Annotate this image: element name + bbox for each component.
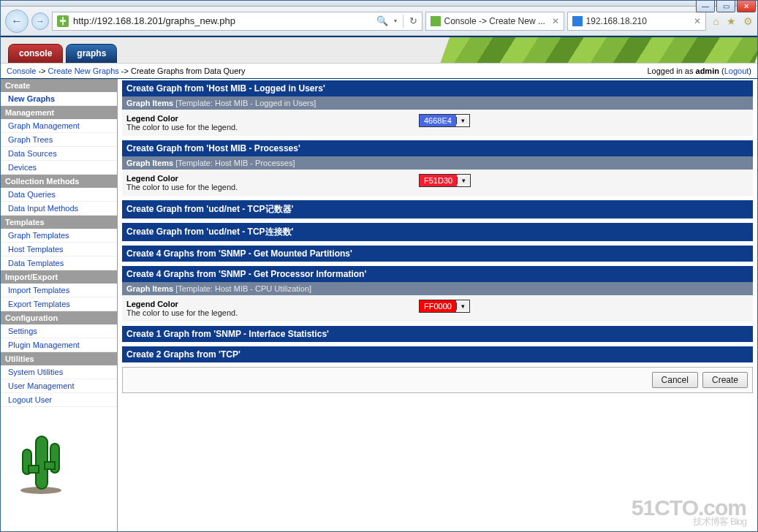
window-close-button[interactable]: ✕ [737, 0, 756, 12]
watermark: 51CTO.com 技术博客 Blog [632, 498, 746, 526]
browser-tab[interactable]: 192.168.18.210 ✕ [567, 12, 706, 31]
field-label: Legend Color [126, 300, 419, 308]
browser-toolbar: ← → http://192.168.18.201/graphs_new.php… [1, 7, 757, 36]
home-icon[interactable]: ⌂ [713, 15, 719, 27]
cancel-button[interactable]: Cancel [652, 372, 698, 388]
breadcrumb-current: Create Graphs from Data Query [131, 66, 246, 75]
group-subheader: Graph Items [Template: Host MIB - Proces… [122, 156, 753, 170]
address-bar[interactable]: http://192.168.18.201/graphs_new.php 🔍▾ … [52, 12, 422, 31]
color-select[interactable]: FF0000▾ [419, 300, 470, 313]
svg-rect-4 [29, 466, 39, 473]
color-code: 4668E4 [420, 115, 456, 126]
sidebar-item[interactable]: Data Templates [1, 256, 117, 270]
dropdown-icon[interactable]: ▾ [456, 117, 469, 124]
sidebar-item[interactable]: Plugin Management [1, 338, 117, 352]
login-status: Logged in as admin (Logout) [647, 66, 751, 75]
field-description: The color to use for the legend. [126, 123, 238, 132]
dropdown-icon[interactable]: ▾ [457, 177, 470, 184]
nav-back-button[interactable]: ← [5, 10, 29, 33]
svg-rect-5 [45, 462, 55, 469]
tab-icon [572, 16, 583, 26]
group-header: Create 2 Graphs from 'TCP' [122, 346, 753, 362]
sidebar-item[interactable]: Devices [1, 161, 117, 175]
sidebar-section-header: Utilities [1, 352, 117, 365]
site-icon [57, 15, 69, 27]
sidebar-item[interactable]: Graph Trees [1, 133, 117, 147]
tab-close-icon[interactable]: ✕ [694, 16, 701, 26]
field-description: The color to use for the legend. [126, 183, 238, 191]
group-subheader: Graph Items [Template: Host MIB - CPU Ut… [122, 282, 753, 295]
color-select[interactable]: 4668E4▾ [419, 114, 470, 127]
field-label: Legend Color [126, 114, 419, 123]
window-minimize-button[interactable]: — [696, 0, 715, 12]
color-code: FF0000 [420, 300, 456, 312]
sidebar-section-header: Import/Export [1, 270, 117, 284]
tab-icon [431, 16, 441, 26]
sidebar-item[interactable]: System Utilities [1, 365, 117, 379]
cactus-logo [15, 422, 117, 496]
sidebar: CreateNew GraphsManagementGraph Manageme… [1, 79, 118, 532]
group-header: Create 4 Graphs from 'SNMP - Get Mounted… [122, 246, 753, 262]
window-titlebar: — ▭ ✕ [1, 1, 757, 7]
sidebar-item[interactable]: User Management [1, 379, 117, 393]
group-header: Create Graph from 'Host MIB - Processes' [122, 140, 753, 156]
breadcrumb: Console -> Create New Graphs -> Create G… [1, 64, 757, 79]
breadcrumb-console[interactable]: Console [7, 66, 36, 75]
sidebar-section-header: Templates [1, 216, 117, 229]
color-select[interactable]: F51D30▾ [419, 174, 471, 187]
group-header: Create 4 Graphs from 'SNMP - Get Process… [122, 266, 753, 282]
header-decoration [433, 36, 757, 64]
color-code: F51D30 [420, 175, 457, 186]
group-header: Create 1 Graph from 'SNMP - Interface St… [122, 326, 753, 342]
tab-title: Console -> Create New ... [444, 16, 545, 26]
group-header: Create Graph from 'Host MIB - Logged in … [122, 80, 753, 96]
legend-color-row: Legend ColorThe color to use for the leg… [122, 170, 753, 196]
legend-color-row: Legend ColorThe color to use for the leg… [122, 295, 753, 322]
action-footer: Cancel Create [122, 367, 753, 393]
url-text: http://192.168.18.201/graphs_new.php [73, 15, 235, 26]
sidebar-item[interactable]: Graph Management [1, 119, 117, 133]
tab-title: 192.168.18.210 [586, 16, 647, 26]
sidebar-item[interactable]: Graph Templates [1, 229, 117, 243]
sidebar-item[interactable]: Host Templates [1, 243, 117, 256]
sidebar-item[interactable]: Settings [1, 324, 117, 338]
group-header: Create Graph from 'ucd/net - TCP记数器' [122, 200, 753, 218]
sidebar-section-header: Management [1, 106, 117, 119]
create-button[interactable]: Create [702, 372, 748, 388]
field-label: Legend Color [126, 174, 419, 183]
tools-icon[interactable]: ⚙ [743, 15, 753, 27]
nav-forward-button[interactable]: → [31, 12, 49, 30]
tab-console[interactable]: console [8, 44, 63, 63]
browser-tab-active[interactable]: Console -> Create New ... ✕ [425, 12, 564, 31]
window-maximize-button[interactable]: ▭ [716, 0, 735, 12]
sidebar-item[interactable]: Data Queries [1, 188, 117, 202]
sidebar-item[interactable]: Import Templates [1, 284, 117, 297]
sidebar-section-header: Create [1, 79, 117, 92]
tab-graphs[interactable]: graphs [66, 44, 117, 63]
breadcrumb-create-new[interactable]: Create New Graphs [48, 66, 119, 75]
content-area: Create Graph from 'Host MIB - Logged in … [118, 79, 757, 532]
current-user: admin [696, 66, 719, 75]
legend-color-row: Legend ColorThe color to use for the leg… [122, 110, 753, 136]
group-header: Create Graph from 'ucd/net - TCP连接数' [122, 223, 753, 241]
group-subheader: Graph Items [Template: Host MIB - Logged… [122, 96, 753, 110]
sidebar-section-header: Collection Methods [1, 175, 117, 188]
logout-link[interactable]: Logout [724, 66, 749, 75]
favorites-icon[interactable]: ★ [727, 15, 736, 27]
refresh-icon[interactable]: ↻ [409, 15, 417, 26]
sidebar-item[interactable]: Logout User [1, 393, 117, 407]
sidebar-section-header: Configuration [1, 311, 117, 324]
sidebar-item[interactable]: Export Templates [1, 297, 117, 311]
app-header: console graphs [1, 36, 757, 64]
sidebar-item[interactable]: Data Sources [1, 147, 117, 161]
search-icon[interactable]: 🔍 [376, 15, 388, 26]
dropdown-icon[interactable]: ▾ [456, 303, 469, 310]
tab-close-icon[interactable]: ✕ [552, 16, 559, 26]
sidebar-item[interactable]: New Graphs [1, 92, 117, 106]
sidebar-item[interactable]: Data Input Methods [1, 202, 117, 216]
field-description: The color to use for the legend. [126, 308, 238, 317]
